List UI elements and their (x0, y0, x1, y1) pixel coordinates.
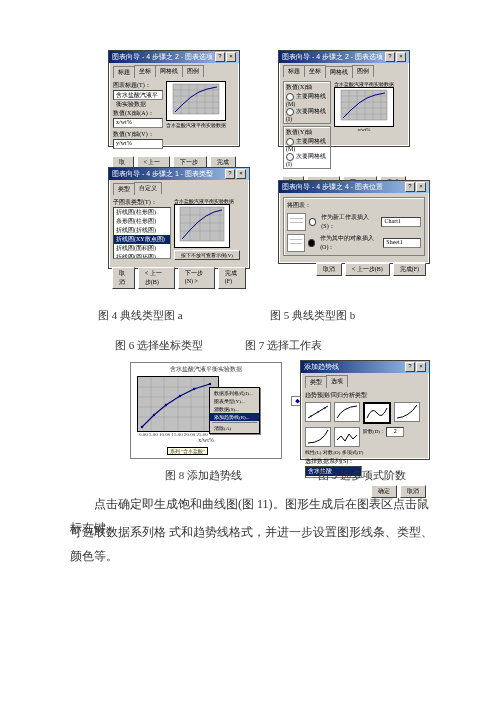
btn-cancel[interactable]: 取消 (112, 267, 135, 289)
tab-grid[interactable]: 网格线 (155, 65, 183, 77)
titlebar[interactable]: 图表向导 - 4 步骤之 2 - 图表选项 ? × (109, 51, 239, 63)
tab-row: 标题 坐标 网格线 图例 (279, 63, 409, 77)
list-item[interactable]: 条形图(柱形图) (114, 217, 170, 226)
dialog-fig9: 添加趋势线 ?× 类型 选项 趋势预测/回归分析类型 阶数(D)： 2 (300, 360, 430, 460)
svg-point-45 (317, 411, 319, 413)
btn-next[interactable]: 下一步(N) > (178, 267, 215, 289)
titlebar[interactable]: 图表向导 - 4 步骤之 1 - 图表类型 ?× (109, 168, 249, 180)
list-item[interactable]: 折线图(圆环图) (114, 253, 170, 259)
tab-type[interactable]: 类型 (305, 376, 327, 388)
label-chart-title: 图表标题(T)： (113, 81, 163, 90)
input-new-sheet[interactable]: Chart1 (381, 217, 421, 227)
checkbox-icon[interactable] (286, 93, 294, 101)
tab-legend[interactable]: 图例 (182, 65, 204, 77)
chart-preview (174, 204, 230, 248)
close-icon[interactable]: × (416, 362, 426, 372)
checkbox-icon[interactable] (286, 153, 294, 161)
list-header: 子图表类型(T)： (113, 198, 171, 207)
help-icon[interactable]: ? (215, 52, 225, 62)
radio-icon[interactable] (308, 239, 315, 247)
btn-prev[interactable]: < 上一步(B) (138, 267, 175, 289)
trend-power[interactable] (394, 402, 420, 422)
svg-point-42 (209, 383, 211, 385)
tab-axes[interactable]: 坐标 (134, 65, 156, 77)
svg-rect-20 (180, 207, 224, 241)
trend-label-1: 对数(O) (323, 449, 340, 455)
tab-row: 类型 选项 (301, 373, 429, 387)
trend-linear[interactable] (305, 402, 331, 422)
tab-type[interactable]: 类型 (113, 183, 135, 195)
tab-titles[interactable]: 标题 (113, 66, 135, 78)
input-object-in[interactable]: Sheet1 (383, 238, 421, 248)
svg-point-41 (193, 388, 195, 390)
checkbox-icon[interactable] (286, 138, 294, 146)
trend-log[interactable] (334, 402, 360, 422)
menu-item-clear[interactable]: 清除(A) (210, 424, 259, 432)
trend-label-0: 线性(L) (305, 449, 321, 455)
chart-plot (137, 376, 219, 432)
list-item[interactable]: 折线图(折线图) (114, 226, 170, 235)
radio-icon[interactable] (309, 218, 317, 226)
trend-poly[interactable] (363, 402, 391, 424)
btn-finish[interactable]: 完成(F) (393, 263, 426, 276)
title-text: 图表向导 - 4 步骤之 1 - 图表类型 (112, 169, 213, 179)
menu-item-charttype[interactable]: 图表类型(Y)... (210, 397, 259, 405)
caption-fig4: 图 4 典线类型图 a (98, 308, 183, 323)
list-item[interactable]: 折线图(面积图) (114, 244, 170, 253)
help-icon[interactable]: ? (405, 362, 415, 372)
svg-point-46 (324, 407, 326, 409)
context-menu[interactable]: 数据系列格式(I)... 图表类型(Y)... 源数据(S)... 添加趋势线(… (209, 387, 260, 434)
tab-legend[interactable]: 图例 (352, 65, 374, 77)
titlebar[interactable]: 添加趋势线 ?× (301, 361, 429, 373)
svg-rect-0 (173, 84, 219, 114)
series-label: 选择数据系列(S)： (305, 457, 425, 466)
menu-item-sourcedata[interactable]: 源数据(S)... (210, 405, 259, 413)
input-chart-title[interactable]: 含水盐酸汽液平衡实验数据 (113, 90, 163, 100)
tab-options[interactable]: 选项 (326, 375, 348, 387)
checkbox-icon[interactable] (286, 108, 294, 116)
x-axis-label: x/wt% (334, 127, 394, 132)
btn-cancel[interactable]: 取消 (316, 263, 342, 276)
title-text: 添加趋势线 (304, 362, 339, 372)
order-label: 阶数(D)： (363, 429, 385, 434)
help-icon[interactable]: ? (385, 52, 395, 62)
chart-preview (166, 81, 226, 121)
close-icon[interactable]: × (236, 169, 246, 179)
dialog-fig4: 图表向导 - 4 步骤之 2 - 图表选项 ? × 标题 坐标 网格线 图例 图… (108, 50, 240, 147)
opt-object-in: 作为其中的对象插入(O)： (320, 234, 380, 252)
btn-press-preview[interactable]: 按下不放可查看示例(V) (174, 250, 240, 260)
tab-custom[interactable]: 自定义 (134, 182, 162, 194)
title-text: 图表向导 - 4 步骤之 4 - 图表位置 (282, 182, 383, 192)
group-label: 将图表： (287, 201, 421, 210)
list-item[interactable]: 折线图(XY散点图) (114, 235, 170, 244)
help-icon[interactable]: ? (225, 169, 235, 179)
caption-fig9: 图 9 选多项式阶数 (318, 468, 406, 483)
chart-area-fig8[interactable]: 含水盐酸汽液平衡实验数据 ◆ 含水盐酸 0.0 (130, 362, 282, 459)
titlebar[interactable]: 图表向导 - 4 步骤之 2 - 图表选项 ? × (279, 51, 409, 63)
chart-preview (334, 87, 394, 127)
chart-type-list[interactable]: 折线图(柱形图) 条形图(柱形图) 折线图(折线图) 折线图(XY散点图) 折线… (113, 207, 171, 259)
list-item[interactable]: 折线图(柱形图) (114, 208, 170, 217)
input-x-axis[interactable]: x/wt% (113, 118, 163, 128)
menu-item-format[interactable]: 数据系列格式(I)... (210, 389, 259, 397)
tab-axes[interactable]: 坐标 (304, 65, 326, 77)
close-icon[interactable]: × (226, 52, 236, 62)
tab-grid[interactable]: 网格线 (325, 66, 353, 78)
trend-movavg[interactable] (334, 427, 360, 447)
opt-new-sheet: 作为新工作表插入(S)： (321, 213, 378, 231)
caption-fig5: 图 5 典线类型图 b (270, 308, 355, 323)
menu-item-addtrendline[interactable]: 添加趋势线(R)... (210, 413, 259, 421)
btn-finish[interactable]: 完成(F) (218, 267, 246, 289)
tab-titles[interactable]: 标题 (283, 65, 305, 77)
close-icon[interactable]: × (396, 52, 406, 62)
help-icon[interactable]: ? (405, 182, 415, 192)
close-icon[interactable]: × (416, 182, 426, 192)
input-order[interactable]: 2 (386, 427, 404, 437)
btn-prev[interactable]: < 上一步(B) (345, 263, 390, 276)
svg-point-39 (165, 404, 167, 406)
trend-exp[interactable] (305, 427, 331, 447)
svg-point-38 (153, 414, 155, 416)
titlebar[interactable]: 图表向导 - 4 步骤之 4 - 图表位置 ?× (279, 181, 429, 193)
input-y-axis[interactable]: y/wt% (113, 139, 163, 149)
x-axis-label: x/wt% (131, 437, 281, 443)
